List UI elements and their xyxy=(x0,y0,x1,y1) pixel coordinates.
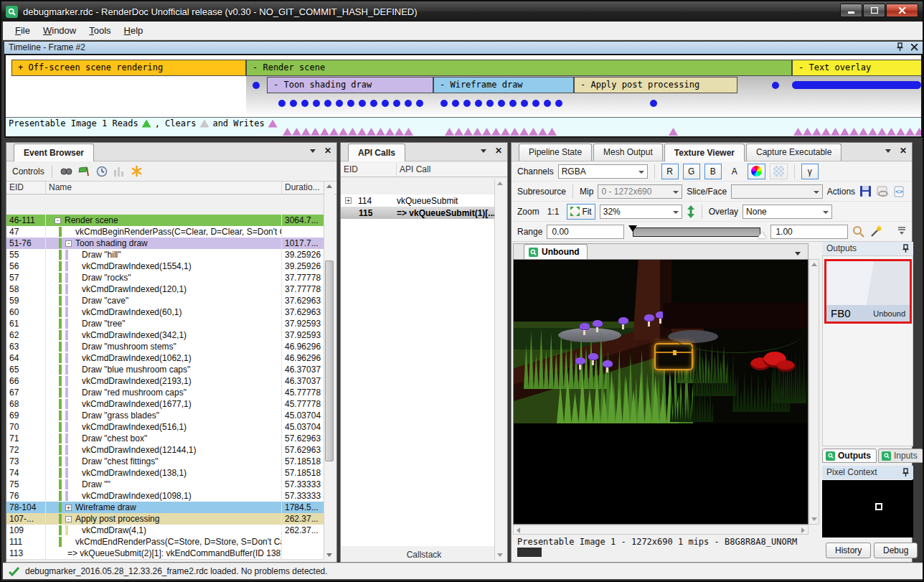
timeline-event-dot[interactable] xyxy=(521,100,528,107)
output-fb0-thumbnail[interactable]: FB0 Unbound xyxy=(824,259,912,324)
timeline-marker-bar[interactable]: - Wireframe draw xyxy=(433,77,574,93)
code-icon[interactable]: <> xyxy=(893,186,906,197)
timeline-event-dot[interactable] xyxy=(336,100,343,107)
event-row[interactable]: 107-...-Apply post processing262.37... xyxy=(6,513,326,525)
tab-mesh-output[interactable]: Mesh Output xyxy=(593,144,663,161)
texture-viewport[interactable] xyxy=(513,259,808,525)
event-row[interactable]: 78-104+Wireframe draw1784.5... xyxy=(6,502,326,513)
event-row[interactable]: 57Draw "rocks"37.77778 xyxy=(6,272,326,283)
event-row[interactable]: 111vkCmdEndRenderPass(C=Store, D=Store, … xyxy=(6,536,326,548)
event-row[interactable]: 61Draw "tree"37.92593 xyxy=(6,318,326,329)
timeline-event-pill[interactable] xyxy=(792,81,921,89)
timeline-event-dot[interactable] xyxy=(347,100,354,107)
mip-select[interactable]: 0 - 1272x690 xyxy=(598,184,682,199)
event-row[interactable]: 58vkCmdDrawIndexed(120,1)37.77778 xyxy=(6,283,326,295)
channel-b-button[interactable]: B xyxy=(704,164,722,179)
event-row[interactable]: 66vkCmdDrawIndexed(2193,1)46.37037 xyxy=(6,375,326,387)
timeline-event-dot[interactable] xyxy=(416,100,423,107)
flip-y-icon[interactable] xyxy=(687,205,695,218)
link-image-icon[interactable] xyxy=(877,186,890,197)
timeline-header[interactable]: Timeline - Frame #2 xyxy=(4,42,923,54)
gamma-button[interactable]: γ xyxy=(801,164,819,179)
timeline-event-dot[interactable] xyxy=(544,100,551,107)
tab-pipeline-state[interactable]: Pipeline State xyxy=(519,144,592,161)
tab-capture-executable[interactable]: Capture Executable xyxy=(746,144,842,161)
column-api-call[interactable]: API Call xyxy=(397,163,496,177)
debug-button[interactable]: Debug xyxy=(874,543,918,558)
timeline-event-dot[interactable] xyxy=(463,100,471,107)
event-row[interactable]: 115=> vkQueueSubmit(1)[0]: vkBeginComman… xyxy=(6,559,326,560)
timeline-event-dot[interactable] xyxy=(405,100,412,107)
close-icon[interactable]: ✕ xyxy=(495,147,502,154)
timeline-event-dot[interactable] xyxy=(440,100,448,107)
time-icon[interactable] xyxy=(96,166,108,177)
texture-list-dropdown-icon[interactable] xyxy=(795,252,801,255)
menu-help[interactable]: Help xyxy=(118,22,150,39)
range-slider[interactable] xyxy=(628,225,766,238)
zoom-fit-button[interactable]: Fit xyxy=(567,204,595,220)
tab-texture-viewer[interactable]: Texture Viewer xyxy=(664,144,745,161)
event-row[interactable]: 69Draw "grass blades"45.03704 xyxy=(6,410,326,421)
pin-icon[interactable] xyxy=(902,468,910,477)
event-browser-scrollbar[interactable] xyxy=(324,182,334,560)
chevron-down-icon[interactable] xyxy=(885,149,891,153)
column-eid[interactable]: EID xyxy=(341,163,397,177)
event-row[interactable]: 68vkCmdDrawIndexed(1677,1)45.77778 xyxy=(6,398,326,410)
timeline-marker-bar[interactable]: - Text overlay xyxy=(792,60,922,76)
event-row[interactable]: 113=> vkQueueSubmit(2)[1]: vkEndCommandB… xyxy=(6,548,326,559)
timeline-event-dot[interactable] xyxy=(475,100,482,107)
history-button[interactable]: History xyxy=(826,543,871,558)
range-min-input[interactable]: 0.00 xyxy=(547,225,624,239)
checker-background-button[interactable] xyxy=(770,164,788,179)
event-row[interactable]: 56vkCmdDrawIndexed(1554,1)39.25926 xyxy=(6,261,326,272)
minimize-button[interactable] xyxy=(840,4,862,17)
timeline-event-dot[interactable] xyxy=(313,100,320,107)
tab-event-browser[interactable]: Event Browser xyxy=(14,144,94,161)
event-row[interactable]: 76vkCmdDrawIndexed(1098,1)57.33333 xyxy=(6,490,326,502)
viewport-horizontal-scrollbar[interactable] xyxy=(513,525,808,535)
event-row[interactable]: 51-76-Toon shading draw1017.7... xyxy=(6,238,326,249)
find-icon[interactable] xyxy=(60,166,72,177)
timeline-event-dot[interactable] xyxy=(393,100,400,107)
overlay-select[interactable]: None xyxy=(742,205,832,219)
event-row[interactable]: 109vkCmdDraw(4,1)262.37... xyxy=(6,525,326,536)
chevron-down-icon[interactable] xyxy=(310,149,316,153)
range-max-input[interactable]: 1.00 xyxy=(770,225,848,239)
api-call-row[interactable]: +114vkQueueSubmit xyxy=(341,194,497,207)
timeline-event-dot[interactable] xyxy=(555,100,562,107)
column-eid[interactable]: EID xyxy=(6,182,46,194)
timeline-marker-bar[interactable]: - Render scene xyxy=(246,60,792,76)
timeline-panel[interactable]: + Off-screen scene rendering- Render sce… xyxy=(4,54,923,138)
tab-api-calls[interactable]: API Calls xyxy=(348,144,405,161)
asterisk-icon[interactable] xyxy=(131,165,143,177)
zoom-range-icon[interactable] xyxy=(852,225,865,238)
event-row[interactable]: 46-111-Render scene3064.7... xyxy=(6,215,326,226)
maximize-button[interactable] xyxy=(863,4,885,17)
expand-icon[interactable]: + xyxy=(345,197,352,204)
timeline-event-dot[interactable] xyxy=(382,100,389,107)
timeline-event-dot[interactable] xyxy=(278,100,286,107)
timeline-event-dot[interactable] xyxy=(370,100,377,107)
event-row[interactable]: 62vkCmdDrawIndexed(342,1)37.92593 xyxy=(6,329,326,341)
timeline-event-dot[interactable] xyxy=(359,100,366,107)
event-row[interactable]: 65Draw "blue mushroom caps"46.37037 xyxy=(6,364,326,375)
pin-icon[interactable] xyxy=(896,42,904,52)
api-call-row[interactable]: 115=> vkQueueSubmit(1)[... xyxy=(341,207,497,219)
timeline-event-dot[interactable] xyxy=(498,100,505,107)
collapse-icon[interactable]: - xyxy=(65,240,72,247)
timeline-event-dot[interactable] xyxy=(452,100,459,107)
collapse-icon[interactable]: - xyxy=(65,516,72,522)
viewport-vertical-scrollbar[interactable] xyxy=(808,259,819,525)
timeline-event-dot[interactable] xyxy=(253,82,260,89)
event-row[interactable]: 59Draw "cave"37.62963 xyxy=(6,295,326,306)
event-row[interactable]: 47vkCmdBeginRenderPass(C=Clear, D=Clear,… xyxy=(6,226,326,238)
event-row[interactable]: 71Draw "chest box"57.62963 xyxy=(6,433,326,444)
timeline-event-dot[interactable] xyxy=(324,100,331,107)
event-row[interactable]: 73Draw "chest fittings"57.18518 xyxy=(6,456,326,467)
range-white-handle[interactable] xyxy=(758,232,766,238)
channel-a-button[interactable]: A xyxy=(726,164,743,179)
save-icon[interactable] xyxy=(859,185,872,198)
tab-unbound-texture[interactable]: Unbound xyxy=(524,244,588,259)
bookmark-flag-icon[interactable] xyxy=(78,166,90,177)
event-row[interactable]: 60vkCmdDrawIndexed(60,1)37.62963 xyxy=(6,306,326,318)
